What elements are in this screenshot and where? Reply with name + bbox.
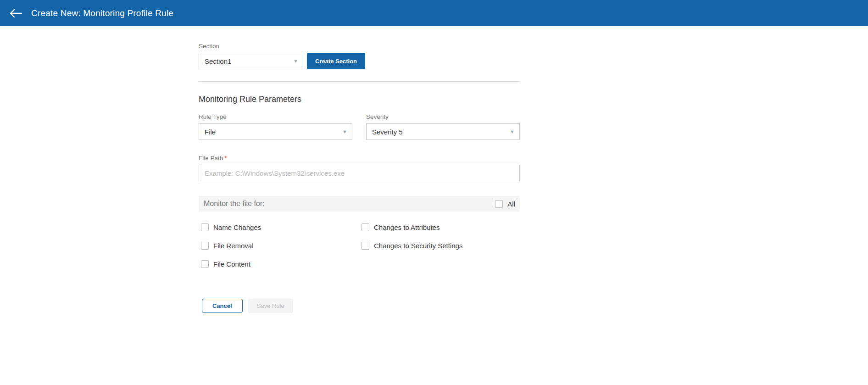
back-button[interactable] [6,4,25,22]
monitor-header-bar: Monitor the file for: All [199,196,520,212]
checkbox-option-file-content[interactable]: File Content [201,255,362,273]
parameters-heading: Monitoring Rule Parameters [199,95,520,104]
rule-form: Section Section1 ▼ Create Section Monito… [199,26,520,313]
checkbox-option-changes-to-security-settings[interactable]: Changes to Security Settings [362,236,522,255]
severity-selected-value: Severity 5 [372,128,403,136]
checkbox-option-changes-to-attributes[interactable]: Changes to Attributes [362,218,522,236]
page-title: Create New: Monitoring Profile Rule [31,8,173,18]
checkbox-option-file-removal[interactable]: File Removal [201,236,362,255]
file-path-field: File Path* [199,155,520,181]
file-path-input[interactable] [199,165,520,181]
checkbox-label: File Content [213,260,250,268]
chevron-down-icon: ▼ [342,129,347,134]
required-marker: * [224,155,227,162]
severity-select[interactable]: Severity 5 ▼ [366,123,520,140]
all-checkbox[interactable] [495,200,503,208]
severity-field: Severity Severity 5 ▼ [366,113,520,140]
page-header: Create New: Monitoring Profile Rule [0,0,868,26]
file-removal-checkbox[interactable] [201,242,209,250]
chevron-down-icon: ▼ [293,58,298,64]
create-section-button[interactable]: Create Section [307,53,365,69]
section-select[interactable]: Section1 ▼ [199,53,303,69]
rule-type-select[interactable]: File ▼ [199,123,352,140]
checkbox-option-name-changes[interactable]: Name Changes [201,218,362,236]
monitor-options-grid: Name Changes Changes to Attributes File … [201,218,520,273]
checkbox-label: File Removal [213,242,254,250]
cancel-button[interactable]: Cancel [202,299,243,313]
section-block: Section Section1 ▼ Create Section [199,43,520,69]
save-rule-button[interactable]: Save Rule [248,299,293,313]
file-content-checkbox[interactable] [201,260,209,268]
all-checkbox-label: All [507,200,515,208]
rule-type-label: Rule Type [199,113,352,120]
rule-type-field: Rule Type File ▼ [199,113,352,140]
checkbox-label: Changes to Security Settings [374,242,462,250]
section-label: Section [199,43,520,50]
form-actions: Cancel Save Rule [202,299,520,313]
monitor-heading: Monitor the file for: [204,200,265,208]
name-changes-checkbox[interactable] [201,223,209,231]
divider [199,81,520,82]
rule-type-selected-value: File [205,128,216,136]
changes-to-security-settings-checkbox[interactable] [362,242,369,250]
chevron-down-icon: ▼ [510,129,515,134]
arrow-left-icon [9,9,22,18]
severity-label: Severity [366,113,520,120]
file-path-label: File Path [199,155,223,162]
checkbox-label: Name Changes [213,223,261,231]
checkbox-label: Changes to Attributes [374,223,440,231]
changes-to-attributes-checkbox[interactable] [362,223,369,231]
section-selected-value: Section1 [205,57,231,65]
